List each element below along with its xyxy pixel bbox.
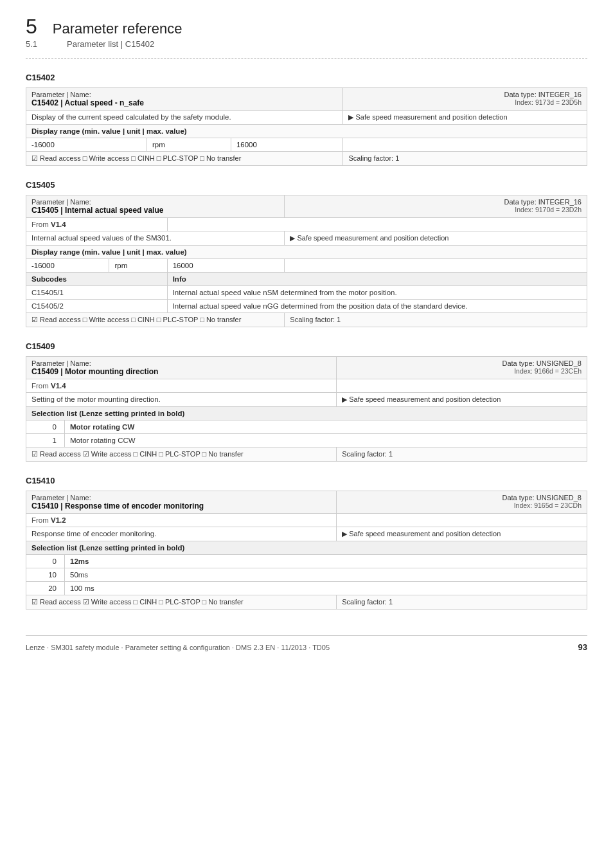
table-row: Parameter | Name: C15402 | Actual speed … (26, 88, 587, 111)
sel-label-bold-0: Motor rotating CW (70, 423, 134, 431)
table-c15409: Parameter | Name: C15409 | Motor mountin… (26, 356, 587, 462)
table-row: 20 100 ms (26, 582, 587, 595)
empty-cell (337, 379, 587, 393)
from-label: From (31, 221, 51, 228)
link-text: Safe speed measurement and position dete… (355, 113, 507, 121)
table-row: ☑ Read access ☑ Write access □ CINH □ PL… (26, 595, 587, 610)
range-unit: rpm (147, 138, 231, 152)
description: Display of the current speed calculated … (26, 111, 343, 125)
scaling-text: Scaling factor: 1 (285, 313, 587, 327)
table-row: Display range (min. value | unit | max. … (26, 125, 587, 138)
link-cell: ▶ Safe speed measurement and position de… (343, 111, 587, 125)
scaling-text: Scaling factor: 1 (337, 595, 587, 610)
scaling-text: Scaling factor: 1 (337, 448, 587, 462)
description: Setting of the motor mounting direction. (26, 393, 337, 407)
table-row: Display range (min. value | unit | max. … (26, 246, 587, 259)
table-row: ☑ Read access □ Write access □ CINH □ PL… (26, 313, 587, 327)
table-row: 0 Motor rotating CW (26, 420, 587, 434)
page-number: 93 (578, 642, 587, 652)
subcode-2-info: Internal actual speed value nGG determin… (167, 300, 587, 313)
table-row: Selection list (Lenze setting printed in… (26, 541, 587, 555)
table-row: -16000 rpm 16000 (26, 259, 587, 273)
data-type: Data type: UNSIGNED_8 (502, 359, 582, 367)
footer-text: Lenze · SM301 safety module · Parameter … (26, 644, 330, 651)
subcode-2: C15405/2 (26, 300, 168, 313)
section-label-c15402: C15402 (26, 73, 587, 82)
sel-label-bold-0: 12ms (70, 557, 89, 565)
range-min: -16000 (26, 259, 109, 273)
access-text: ☑ Read access ☑ Write access □ CINH □ PL… (26, 448, 337, 462)
table-row: -16000 rpm 16000 (26, 138, 587, 152)
range-empty (285, 259, 587, 273)
table-row: From V1.4 (26, 379, 587, 393)
empty-cell (337, 514, 587, 527)
from-version-cell: From V1.4 (26, 379, 337, 393)
table-row: Subcodes Info (26, 273, 587, 286)
index: Index: 9173d = 23D5h (515, 98, 582, 106)
sel-value-0: 0 (26, 420, 65, 434)
sel-label-2: 100 ms (65, 582, 587, 595)
from-version: V1.4 (51, 382, 66, 390)
param-name: C15409 | Motor mounting direction (31, 367, 158, 376)
index: Index: 9170d = 23D2h (515, 206, 582, 213)
data-type-cell: Data type: UNSIGNED_8 Index: 9166d = 23C… (337, 357, 587, 379)
link-text: Safe speed measurement and position dete… (349, 530, 501, 538)
range-empty (343, 138, 587, 152)
table-row: 0 12ms (26, 555, 587, 568)
param-name: C15402 | Actual speed - n_safe (31, 98, 144, 107)
sel-value-2: 20 (26, 582, 65, 595)
link-arrow: ▶ (342, 395, 349, 403)
table-row: Response time of encoder monitoring. ▶ S… (26, 527, 587, 541)
section-label-c15410: C15410 (26, 476, 587, 485)
table-row: C15405/2 Internal actual speed value nGG… (26, 300, 587, 313)
access-text: ☑ Read access □ Write access □ CINH □ PL… (26, 313, 285, 327)
data-type: Data type: INTEGER_16 (504, 198, 582, 206)
section-label-c15409: C15409 (26, 341, 587, 351)
table-row: Parameter | Name: C15410 | Response time… (26, 491, 587, 514)
param-label-text: Parameter | Name: (31, 91, 91, 98)
table-c15410: Parameter | Name: C15410 | Response time… (26, 491, 587, 610)
sel-value-0: 0 (26, 555, 65, 568)
link-cell: ▶ Safe speed measurement and position de… (337, 527, 587, 541)
from-version-cell: From V1.4 (26, 218, 168, 231)
section-title: Parameter list | C15402 (67, 39, 154, 49)
param-label: Parameter | Name: C15402 | Actual speed … (26, 88, 343, 111)
page-container: 5 Parameter reference 5.1 Parameter list… (0, 0, 613, 678)
table-c15402: Parameter | Name: C15402 | Actual speed … (26, 87, 587, 166)
range-label: Display range (min. value | unit | max. … (26, 246, 587, 259)
from-label: From (31, 516, 51, 524)
description: Response time of encoder monitoring. (26, 527, 337, 541)
page-footer: Lenze · SM301 safety module · Parameter … (26, 635, 587, 652)
table-row: ☑ Read access ☑ Write access □ CINH □ PL… (26, 448, 587, 462)
subcode-1-info: Internal actual speed value nSM determin… (167, 286, 587, 300)
access-text: ☑ Read access ☑ Write access □ CINH □ PL… (26, 595, 337, 610)
table-row: Display of the current speed calculated … (26, 111, 587, 125)
data-type: Data type: UNSIGNED_8 (502, 494, 582, 502)
range-max: 16000 (231, 138, 342, 152)
sel-label-1: 50ms (65, 568, 587, 582)
table-c15405: Parameter | Name: C15405 | Internal actu… (26, 195, 587, 327)
empty-cell (167, 218, 587, 231)
sel-label-1: Motor rotating CCW (65, 434, 587, 448)
table-row: From V1.2 (26, 514, 587, 527)
table-row: Internal actual speed values of the SM30… (26, 231, 587, 246)
description: Internal actual speed values of the SM30… (26, 231, 285, 246)
data-type-cell: Data type: INTEGER_16 Index: 9173d = 23D… (343, 88, 587, 111)
chapter-title: Parameter reference (53, 21, 182, 37)
from-version-cell: From V1.2 (26, 514, 337, 527)
sel-value-1: 10 (26, 568, 65, 582)
table-row: 1 Motor rotating CCW (26, 434, 587, 448)
section-number: 5.1 (26, 39, 51, 49)
param-label: Parameter | Name: C15405 | Internal actu… (26, 195, 285, 218)
table-row: From V1.4 (26, 218, 587, 231)
link-text: Safe speed measurement and position dete… (297, 234, 449, 242)
table-row: Parameter | Name: C15409 | Motor mountin… (26, 357, 587, 379)
table-row: 10 50ms (26, 568, 587, 582)
page-header: 5 Parameter reference 5.1 Parameter list… (26, 15, 587, 49)
param-label: Parameter | Name: C15409 | Motor mountin… (26, 357, 337, 379)
table-row: Setting of the motor mounting direction.… (26, 393, 587, 407)
data-type-cell: Data type: UNSIGNED_8 Index: 9165d = 23C… (337, 491, 587, 514)
table-row: Selection list (Lenze setting printed in… (26, 407, 587, 420)
link-arrow: ▶ (348, 113, 355, 121)
title-row: 5 Parameter reference (26, 15, 587, 38)
